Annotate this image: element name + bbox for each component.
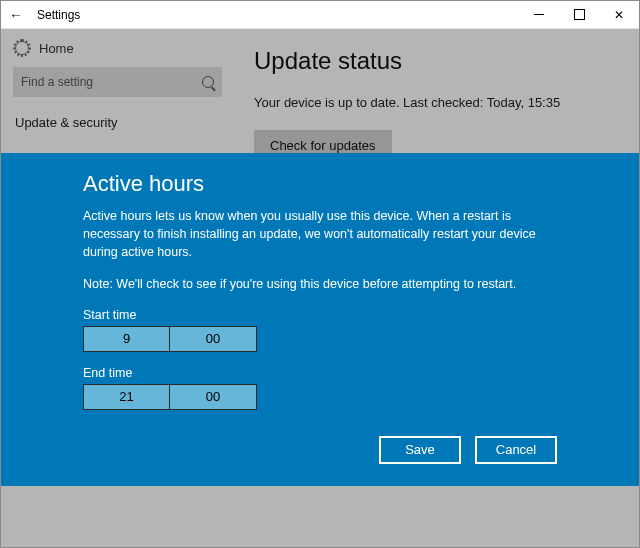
gear-icon	[15, 41, 29, 55]
home-nav[interactable]: Home	[1, 29, 234, 67]
dialog-title: Active hours	[83, 171, 557, 197]
cancel-button[interactable]: Cancel	[475, 436, 557, 464]
start-hour-cell[interactable]: 9	[83, 326, 170, 352]
save-button[interactable]: Save	[379, 436, 461, 464]
titlebar: ← Settings ✕	[1, 1, 639, 29]
end-minute-cell[interactable]: 00	[170, 384, 257, 410]
start-minute-cell[interactable]: 00	[170, 326, 257, 352]
start-time-label: Start time	[83, 308, 557, 322]
end-time-picker[interactable]: 21 00	[83, 384, 557, 410]
minimize-button[interactable]	[519, 1, 559, 29]
home-label: Home	[39, 41, 74, 56]
dialog-description: Active hours lets us know when you usual…	[83, 207, 557, 261]
nav-update-security[interactable]: Update & security	[1, 107, 234, 138]
page-heading: Update status	[254, 47, 619, 75]
back-button[interactable]: ←	[1, 7, 31, 23]
search-input[interactable]: Find a setting	[13, 67, 222, 97]
dialog-buttons: Save Cancel	[83, 436, 557, 464]
dialog-note: Note: We'll check to see if you're using…	[83, 275, 557, 293]
end-time-label: End time	[83, 366, 557, 380]
update-status-text: Your device is up to date. Last checked:…	[254, 95, 619, 110]
start-time-picker[interactable]: 9 00	[83, 326, 557, 352]
arrow-left-icon: ←	[9, 7, 23, 23]
maximize-button[interactable]	[559, 1, 599, 29]
close-button[interactable]: ✕	[599, 1, 639, 29]
end-hour-cell[interactable]: 21	[83, 384, 170, 410]
active-hours-dialog: Active hours Active hours lets us know w…	[1, 153, 639, 486]
window-controls: ✕	[519, 1, 639, 29]
search-placeholder: Find a setting	[21, 75, 93, 89]
window-title: Settings	[31, 8, 80, 22]
search-icon	[202, 76, 214, 88]
